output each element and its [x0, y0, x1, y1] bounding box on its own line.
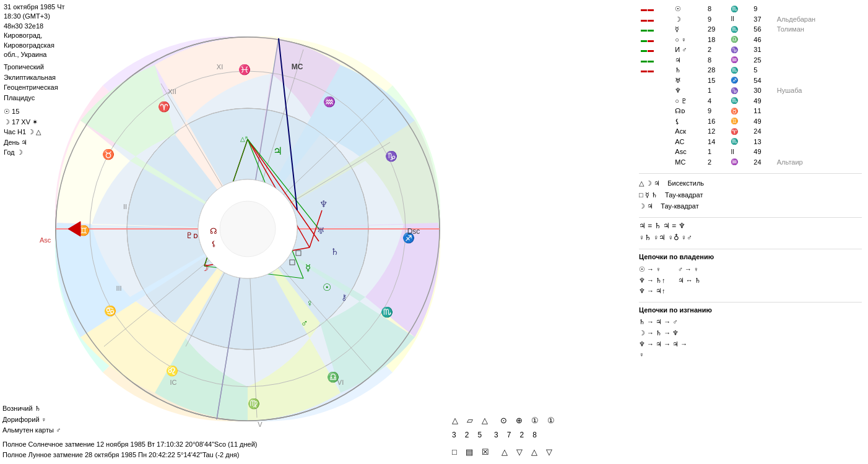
sym-sqfill: ▤ — [466, 445, 473, 459]
svg-text:♇ᴅ: ♇ᴅ — [186, 231, 198, 240]
planet-row: ☽9II37Альдебаран — [639, 14, 862, 25]
sym-tridown: ▽ — [516, 445, 523, 459]
svg-text:♀: ♀ — [306, 298, 313, 308]
planet-row: ⚸16♊49 — [639, 116, 862, 127]
planet-table: ☉8♏9 ☽9II37Альдебаран ☿29♏56Толиман ○ ♀1… — [639, 4, 862, 167]
svg-text:♂: ♂ — [301, 318, 308, 329]
chain-exile-item: ♄ → ♃ → ♂ — [639, 317, 862, 328]
sym-d1: ① — [531, 413, 539, 427]
planet-row: Аск12♈24 — [639, 126, 862, 137]
formula-section: ♃ = ♄ ♃ = ♆ ♀♄ ♀♃ ♀♁ ♀♂ — [639, 217, 862, 244]
chain-item: ♆ → ♃↑ — [639, 286, 666, 297]
chain-item: ♆ → ♄↑ — [639, 275, 666, 286]
svg-text:MC: MC — [292, 62, 303, 71]
aspect-row: △ ☽ ♃ Бисекстиль — [639, 178, 862, 189]
sym-tri2: △ — [482, 413, 488, 427]
chains-ownership-title: Цепочки по владению — [639, 252, 862, 263]
svg-text:⚸: ⚸ — [211, 239, 217, 248]
planet-row: MC2♒24Альтаир — [639, 157, 862, 168]
planet-row: Asc1II49 — [639, 147, 862, 157]
svg-text:♌: ♌ — [166, 365, 178, 377]
chain-item: ♃ ↔ ♄ — [678, 275, 701, 286]
dorifori-label: Дорифорий ♀ — [2, 415, 257, 426]
svg-text:♉: ♉ — [102, 148, 115, 160]
planet-row: ♅15♐54 — [639, 75, 862, 86]
planet-row: И ♂2♑31 — [639, 45, 862, 55]
svg-text:♓: ♓ — [238, 64, 251, 75]
svg-text:IC: IC — [170, 379, 177, 386]
svg-text:♄: ♄ — [331, 246, 339, 257]
planet-row: ☊ᴅ9♉11 — [639, 106, 862, 116]
sym-tri4: △ — [531, 445, 537, 459]
planet-row: ○ ♀18♎46 — [639, 35, 862, 45]
svg-text:II: II — [123, 203, 127, 210]
bottom-symbol-grid: △ ▱ △ ⊙ ⊕ ① ① 3 2 5 3 7 2 8 □ ▤ ☒ △ ▽ △ … — [452, 413, 555, 459]
svg-text:☉: ☉ — [323, 282, 331, 293]
svg-text:Dsc: Dsc — [407, 227, 420, 236]
chain-exile-item: ♀ — [639, 350, 862, 361]
svg-text:☽: ☽ — [201, 262, 209, 273]
chain-item: ☉ → ♀ — [639, 264, 666, 275]
svg-text:III: III — [116, 285, 121, 292]
svg-text:♅: ♅ — [317, 226, 325, 236]
formula-line2: ♀♄ ♀♃ ♀♁ ♀♂ — [639, 232, 862, 244]
sym-tridown2: ▽ — [546, 445, 552, 459]
eclipse2-label: Полное Лунное затмение 28 октября 1985 П… — [2, 450, 257, 461]
svg-text:XII: XII — [168, 88, 176, 95]
svg-text:△ᴿ: △ᴿ — [240, 135, 248, 142]
chains-exile: Цепочки по изгнанию ♄ → ♃ → ♂ ☽ → ♄ → ♆ … — [639, 302, 862, 361]
svg-text:⚷: ⚷ — [341, 293, 347, 302]
planet-row: ♃8♒25 — [639, 55, 862, 66]
planet-row: ♄28♏5 — [639, 65, 862, 75]
chain-item: ♂ → ♀ — [678, 264, 701, 275]
sym-sq1: □ — [452, 445, 457, 459]
auriga-label: Возничий ♄ — [2, 403, 257, 415]
svg-text:♆: ♆ — [319, 199, 328, 209]
planet-row: ☿29♏56Толиман — [639, 24, 862, 35]
aspect-row: □ ☿ ♄ Тау-квадрат — [639, 189, 862, 201]
svg-text:♑: ♑ — [385, 150, 397, 162]
eclipse1-label: Полное Солнечное затмение 12 ноября 1985… — [2, 439, 257, 450]
right-panel: ☉8♏9 ☽9II37Альдебаран ☿29♏56Толиман ○ ♀1… — [633, 0, 868, 364]
chain-exile-item: ☽ → ♄ → ♆ — [639, 328, 862, 339]
sym-tri3: △ — [501, 445, 508, 459]
svg-text:♃: ♃ — [273, 145, 282, 157]
almuten-label: Альмутен карты ♂ — [2, 425, 257, 436]
sym-para: ▱ — [467, 413, 473, 427]
sym-sqx: ☒ — [482, 445, 489, 459]
svg-text:V: V — [258, 421, 263, 428]
sym-circle: ⊙ — [500, 413, 507, 427]
astro-chart: △ᴿ ♈ ♉ ♊ ♋ ♌ ♍ ♎ ♏ ♐ ♑ ♒ ♓ XII XI II III… — [37, 19, 458, 439]
svg-text:☿: ☿ — [305, 262, 311, 273]
planet-row: ♆1♑30Нушаба — [639, 85, 862, 96]
svg-text:♈: ♈ — [158, 101, 170, 113]
svg-text:☊: ☊ — [210, 226, 217, 236]
sym-triangle: △ — [452, 413, 458, 427]
svg-point-34 — [220, 201, 276, 257]
svg-text:VI: VI — [337, 379, 344, 386]
planet-row: АС14♏13 — [639, 137, 862, 147]
sym-cross: ⊕ — [516, 413, 523, 427]
svg-text:♏: ♏ — [381, 306, 393, 318]
formula-line1: ♃ = ♄ ♃ = ♆ — [639, 220, 862, 232]
sym-d2: ① — [547, 413, 555, 427]
bottom-left-panel: Возничий ♄ Дорифорий ♀ Альмутен карты ♂ … — [2, 403, 257, 461]
chains-ownership: Цепочки по владению ☉ → ♀ ♆ → ♄↑ ♆ → ♃↑ … — [639, 249, 862, 296]
svg-text:♒: ♒ — [323, 96, 336, 108]
planet-row: ○ ♇4♏49 — [639, 96, 862, 106]
chain-exile-item: ♆ → ♃ → ♃ → — [639, 339, 862, 350]
aspects-section: △ ☽ ♃ Бисекстиль □ ☿ ♄ Тау-квадрат ☽ ♃ Т… — [639, 173, 862, 212]
chains-exile-title: Цепочки по изгнанию — [639, 305, 862, 316]
aspect-row: ☽ ♃ Тау-квадрат — [639, 200, 862, 212]
planet-row: ☉8♏9 — [639, 4, 862, 14]
svg-text:XI: XI — [217, 63, 223, 71]
chart-area: △ᴿ ♈ ♉ ♊ ♋ ♌ ♍ ♎ ♏ ♐ ♑ ♒ ♓ XII XI II III… — [37, 19, 458, 439]
svg-text:♋: ♋ — [104, 305, 116, 317]
